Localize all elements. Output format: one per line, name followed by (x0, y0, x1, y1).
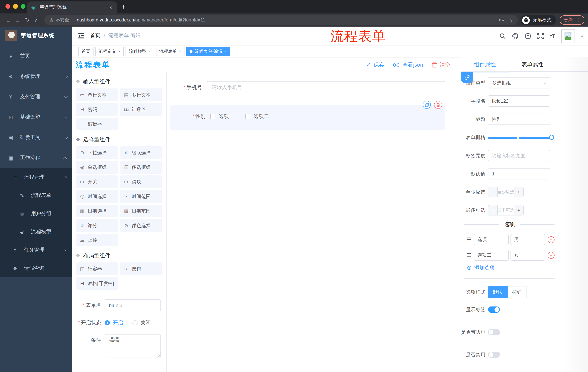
sidebar-item-infra[interactable]: ⊡ 基础设施 (0, 107, 72, 128)
with-border-toggle[interactable] (488, 329, 500, 335)
option2-label-input[interactable] (473, 250, 508, 261)
default-value-input[interactable] (492, 171, 546, 177)
palette-item-multi-line-text[interactable]: ▤多行文本 (120, 88, 162, 101)
drag-handle-icon[interactable]: ☰ (466, 252, 471, 258)
palette-item-editor[interactable]: 编辑器 (76, 117, 118, 130)
clear-button[interactable]: 清空 (432, 61, 451, 68)
palette-item-switch[interactable]: ⊶开关 (76, 175, 118, 188)
home-icon[interactable]: ⌂ (32, 17, 42, 23)
palette-item-cascader[interactable]: ⋔级联选择 (120, 146, 162, 159)
palette-item-button[interactable]: ☞按钮 (120, 262, 162, 275)
canvas-field-phone[interactable]: *手机号 请输入手机号 (167, 81, 452, 94)
slider-handle[interactable] (549, 135, 554, 139)
close-window-button[interactable] (5, 4, 10, 9)
tag-process-form[interactable]: 流程表单× (156, 47, 185, 56)
palette-item-checkbox-group[interactable]: ☑多选框组 (120, 161, 162, 174)
save-button[interactable]: ✓ 保存 (367, 61, 384, 68)
close-icon[interactable]: × (118, 49, 121, 53)
browser-tab[interactable]: 芋道管理系统 × (27, 1, 117, 13)
show-label-toggle[interactable] (488, 307, 500, 313)
sidebar-item-payment[interactable]: ¥ 支付管理 (0, 87, 72, 107)
palette-item-color-picker[interactable]: ⊛颜色选择 (120, 219, 162, 232)
sidebar-item-home[interactable]: ◕ 首页 (0, 46, 72, 66)
duplicate-component-button[interactable] (423, 101, 431, 109)
zoom-window-button[interactable] (21, 4, 25, 9)
phone-field-input[interactable]: 请输入手机号 (207, 81, 445, 94)
palette-item-rate[interactable]: ☆评分 (76, 219, 118, 232)
decrement-button[interactable]: − (488, 205, 498, 215)
tag-process-definition[interactable]: 流程定义× (95, 47, 124, 56)
search-icon[interactable] (500, 33, 506, 39)
close-icon[interactable]: × (149, 49, 151, 53)
update-browser-button[interactable]: 更新 ⋮ (560, 15, 584, 25)
max-select-stepper[interactable]: − 最多可选 + (488, 205, 524, 215)
breadcrumb-home[interactable]: 首页 (90, 32, 100, 39)
max-select-input[interactable]: 最多可选 (498, 205, 514, 215)
palette-item-time-range[interactable]: ◔时间范围 (120, 190, 162, 203)
radio-on-label[interactable]: 开启 (113, 317, 123, 329)
tag-home[interactable]: 首页 (78, 47, 94, 56)
form-remark-textarea[interactable]: 嘿嘿 (105, 334, 161, 357)
tag-process-form-edit[interactable]: 流程表单-编辑× (187, 47, 230, 56)
avatar-caret-icon[interactable]: ▾ (581, 34, 583, 38)
close-icon[interactable]: × (225, 49, 227, 53)
checkbox-option2[interactable] (245, 114, 250, 119)
reload-icon[interactable]: ↻ (22, 17, 32, 23)
close-tab-icon[interactable]: × (108, 5, 113, 10)
tag-process-model[interactable]: 流程模型× (126, 47, 154, 56)
option2-value-input[interactable] (510, 250, 545, 261)
view-json-button[interactable]: 查看json (393, 61, 423, 68)
form-canvas[interactable]: *手机号 请输入手机号 (167, 73, 452, 372)
password-key-icon[interactable] (498, 17, 504, 23)
sidebar-item-process-model[interactable]: ▶ 流程模型 (0, 223, 72, 241)
disabled-toggle[interactable] (488, 352, 500, 358)
browser-menu-icon[interactable]: ⋮ (576, 18, 580, 22)
sidebar-item-user-group[interactable]: ☺ 用户分组 (0, 205, 72, 223)
style-default-button[interactable]: 默认 (488, 286, 508, 298)
increment-button[interactable]: + (514, 187, 523, 197)
bookmark-star-icon[interactable]: ☆ (509, 17, 513, 23)
link-tool-button[interactable] (461, 73, 473, 83)
fullscreen-icon[interactable] (538, 33, 544, 39)
palette-item-radio-group[interactable]: ◉单选框组 (76, 161, 118, 174)
checkbox-option1-label[interactable]: 选项一 (219, 113, 234, 120)
checkbox-option1[interactable] (210, 114, 215, 119)
palette-item-row-container[interactable]: ◫行容器 (76, 262, 118, 275)
radio-off[interactable] (132, 320, 137, 325)
new-tab-button[interactable]: + (122, 3, 125, 11)
palette-item-date-picker[interactable]: ▦日期选择 (76, 205, 118, 217)
min-select-input[interactable]: 至少应选 (498, 187, 514, 197)
sidebar-item-workflow[interactable]: ▣ 工作流程 (0, 148, 72, 168)
style-button-button[interactable]: 按钮 (508, 286, 527, 298)
github-icon[interactable] (512, 33, 519, 39)
palette-item-table[interactable]: ⊞表格[开发中] (76, 277, 118, 290)
label-width-input[interactable] (492, 153, 546, 158)
collapse-sidebar-icon[interactable] (78, 33, 84, 39)
sidebar-item-process-form[interactable]: ✎ 流程表单 (0, 186, 72, 205)
checkbox-option2-label[interactable]: 选项二 (254, 113, 269, 120)
address-bar[interactable]: ⚠ 不安全 dashboard.yudao.iocoder.cn /bpm/ma… (44, 15, 518, 25)
form-grid-slider[interactable] (488, 137, 551, 138)
palette-item-single-line-text[interactable]: ▭单行文本 (76, 88, 118, 101)
delete-component-button[interactable] (434, 101, 442, 109)
not-secure-label[interactable]: 不安全 (56, 17, 69, 23)
form-name-input[interactable] (105, 299, 161, 311)
palette-item-date-range[interactable]: ▩日期范围 (120, 205, 162, 217)
sidebar-item-devtools[interactable]: ▣ 研发工具 (0, 128, 72, 148)
help-icon[interactable]: ? (525, 33, 531, 39)
avatar[interactable] (561, 29, 575, 43)
min-select-stepper[interactable]: − 至少应选 + (488, 187, 524, 197)
option1-value-input[interactable] (510, 234, 545, 245)
remove-option-button[interactable]: − (547, 236, 554, 243)
remove-option-button[interactable]: − (547, 252, 554, 259)
add-option-button[interactable]: ⊕ 添加选项 (461, 264, 588, 271)
radio-on[interactable] (105, 320, 110, 325)
palette-item-upload[interactable]: ☁上传 (76, 234, 118, 246)
field-name-input[interactable] (492, 98, 546, 104)
drag-handle-icon[interactable]: ☰ (466, 237, 471, 242)
component-type-select[interactable]: 多选框组 (488, 77, 550, 88)
canvas-field-gender-selected[interactable]: *性别 选项一 选项二 (170, 105, 445, 130)
option1-label-input[interactable] (473, 234, 508, 245)
title-input[interactable] (492, 117, 546, 122)
back-icon[interactable]: ← (4, 17, 13, 23)
